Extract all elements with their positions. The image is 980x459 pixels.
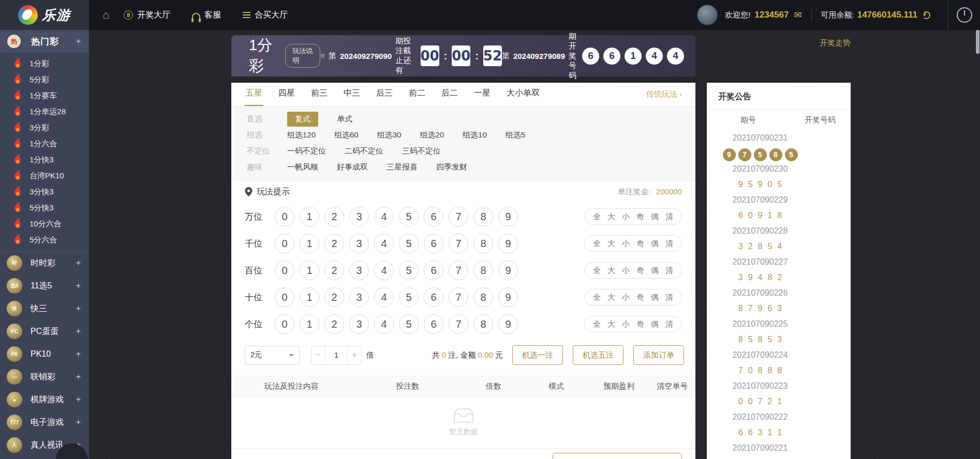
digit-1[interactable]: 1: [300, 234, 319, 253]
refresh-icon[interactable]: [923, 11, 930, 19]
logout-button[interactable]: [948, 0, 980, 30]
quick-全[interactable]: 全: [593, 212, 601, 222]
multiplier-value[interactable]: 1: [325, 346, 348, 364]
quick-奇[interactable]: 奇: [636, 239, 644, 249]
digit-9[interactable]: 9: [498, 234, 518, 253]
digit-3[interactable]: 3: [349, 261, 369, 280]
digit-1[interactable]: 1: [300, 207, 319, 226]
digit-2[interactable]: 2: [324, 261, 344, 280]
quick-奇[interactable]: 奇: [636, 266, 644, 276]
sidebar-item-5分快3[interactable]: 5分快3: [0, 200, 89, 216]
quick-大[interactable]: 大: [607, 239, 615, 249]
quick-奇[interactable]: 奇: [636, 319, 644, 329]
digit-8[interactable]: 8: [473, 234, 493, 253]
avatar[interactable]: [697, 5, 718, 25]
tab-前三[interactable]: 前三: [310, 82, 329, 106]
digit-7[interactable]: 7: [449, 207, 468, 226]
digit-2[interactable]: 2: [324, 287, 344, 307]
digit-6[interactable]: 6: [424, 234, 443, 253]
quick-全[interactable]: 全: [593, 319, 601, 329]
digit-0[interactable]: 0: [275, 314, 294, 334]
sidebar-section-11选5[interactable]: 选511选5+: [0, 274, 89, 297]
unit-select[interactable]: 2元: [245, 346, 300, 365]
sidebar-item-1分赛车[interactable]: 1分赛车: [0, 88, 89, 104]
play-option-三码不定位[interactable]: 三码不定位: [402, 146, 441, 156]
quick-小[interactable]: 小: [622, 319, 630, 329]
minus-button[interactable]: −: [311, 350, 325, 360]
quick-小[interactable]: 小: [622, 266, 630, 276]
play-option-组选5[interactable]: 组选5: [506, 130, 525, 140]
digit-3[interactable]: 3: [349, 207, 369, 226]
quick-大[interactable]: 大: [607, 212, 615, 222]
sidebar-item-1分六合[interactable]: 1分六合: [0, 136, 89, 152]
quick-全[interactable]: 全: [593, 239, 601, 249]
traditional-play-link[interactable]: 传统玩法: [646, 89, 682, 99]
plus-button[interactable]: +: [348, 350, 361, 360]
scrollbar[interactable]: [976, 30, 979, 54]
nav-item-客服[interactable]: 客服: [192, 10, 221, 21]
quick-偶[interactable]: 偶: [651, 239, 659, 249]
digit-5[interactable]: 5: [399, 287, 419, 307]
quick-清[interactable]: 清: [665, 239, 673, 249]
sidebar-item-3分彩[interactable]: 3分彩: [0, 120, 89, 136]
digit-3[interactable]: 3: [349, 234, 369, 253]
tab-一星[interactable]: 一星: [473, 82, 492, 106]
quick-清[interactable]: 清: [665, 293, 673, 302]
quick-清[interactable]: 清: [665, 266, 673, 276]
digit-6[interactable]: 6: [424, 314, 443, 334]
sidebar-item-3分快3[interactable]: 3分快3: [0, 184, 89, 200]
digit-8[interactable]: 8: [473, 261, 493, 280]
sidebar-section-棋牌游戏[interactable]: ♠棋牌游戏+: [0, 388, 89, 411]
home-button[interactable]: ⌂: [102, 8, 109, 22]
tab-四星[interactable]: 四星: [277, 82, 296, 106]
digit-8[interactable]: 8: [473, 207, 493, 226]
tab-五星[interactable]: 五星: [245, 82, 263, 106]
play-option-一码不定位[interactable]: 一码不定位: [287, 146, 326, 156]
sidebar-item-1分快3[interactable]: 1分快3: [0, 152, 89, 168]
sidebar-item-10分六合[interactable]: 10分六合: [0, 216, 89, 232]
digit-5[interactable]: 5: [399, 261, 419, 280]
sidebar-item-1分彩[interactable]: 1分彩: [0, 56, 89, 72]
button-机选一注[interactable]: 机选一注: [512, 345, 563, 365]
digit-4[interactable]: 4: [374, 261, 394, 280]
quick-清[interactable]: 清: [665, 212, 673, 222]
tab-后二[interactable]: 后二: [440, 82, 459, 106]
sidebar-section-时时彩[interactable]: 时时时彩+: [0, 252, 89, 274]
digit-5[interactable]: 5: [399, 314, 419, 334]
play-option-组选20[interactable]: 组选20: [420, 130, 444, 140]
rules-button[interactable]: 玩法说明: [285, 44, 320, 68]
digit-8[interactable]: 8: [473, 314, 493, 334]
quick-偶[interactable]: 偶: [651, 266, 659, 276]
digit-6[interactable]: 6: [424, 261, 443, 280]
confirm-bet-button[interactable]: 确认投注 发起合买 00:00:52: [553, 453, 682, 459]
digit-9[interactable]: 9: [498, 261, 518, 280]
logo[interactable]: 乐游: [0, 0, 89, 30]
sidebar-item-1分幸运28[interactable]: 1分幸运28: [0, 104, 89, 120]
quick-偶[interactable]: 偶: [651, 212, 659, 222]
quick-大[interactable]: 大: [607, 319, 615, 329]
digit-1[interactable]: 1: [300, 314, 319, 334]
sidebar-section-PK10[interactable]: PKPK10+: [0, 343, 89, 365]
digit-3[interactable]: 3: [349, 314, 369, 334]
trend-link[interactable]: 开奖走势: [707, 38, 851, 48]
quick-偶[interactable]: 偶: [651, 293, 659, 302]
sidebar-section-电子游戏[interactable]: 777电子游戏+: [0, 411, 89, 434]
digit-1[interactable]: 1: [300, 287, 319, 307]
quick-奇[interactable]: 奇: [636, 293, 644, 302]
quick-全[interactable]: 全: [593, 293, 601, 302]
quick-小[interactable]: 小: [622, 293, 630, 302]
quick-小[interactable]: 小: [622, 239, 630, 249]
digit-9[interactable]: 9: [498, 287, 518, 307]
sidebar-section-快三[interactable]: 快快三+: [0, 297, 89, 320]
digit-7[interactable]: 7: [449, 261, 468, 280]
digit-0[interactable]: 0: [275, 261, 294, 280]
digit-8[interactable]: 8: [473, 287, 493, 307]
digit-3[interactable]: 3: [349, 287, 369, 307]
digit-0[interactable]: 0: [275, 234, 294, 253]
digit-4[interactable]: 4: [374, 207, 394, 226]
quick-清[interactable]: 清: [665, 319, 673, 329]
sidebar-section-联销彩[interactable]: ⋯联销彩+: [0, 365, 89, 388]
play-option-三星报喜[interactable]: 三星报喜: [387, 162, 418, 172]
play-option-四季发财[interactable]: 四季发财: [436, 162, 467, 172]
digit-6[interactable]: 6: [424, 287, 443, 307]
